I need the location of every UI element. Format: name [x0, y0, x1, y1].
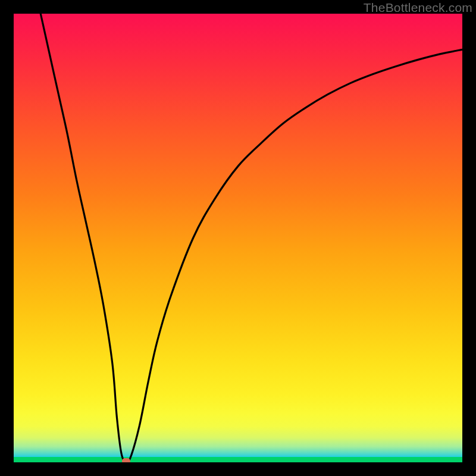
minimum-marker	[122, 458, 130, 462]
curve-svg	[14, 14, 462, 462]
curve-path	[40, 14, 462, 462]
chart-container: TheBottleneck.com	[0, 0, 476, 476]
plot-area	[14, 14, 462, 462]
watermark-text: TheBottleneck.com	[364, 1, 472, 15]
